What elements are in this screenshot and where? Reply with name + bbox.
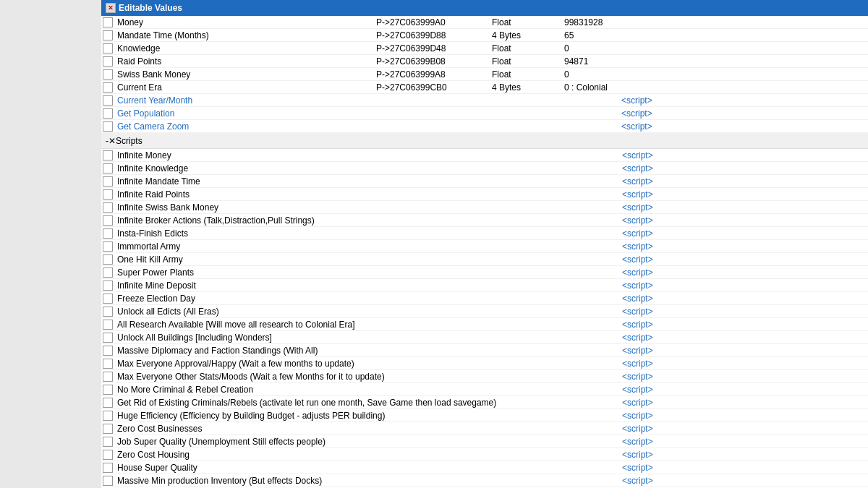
close-icon[interactable]: ✕ bbox=[106, 3, 116, 13]
script-list-item: Zero Cost Businesses<script> bbox=[101, 422, 868, 435]
row-value-current-era[interactable]: 0 : Colonial bbox=[564, 82, 867, 93]
script-item-value[interactable]: <script> bbox=[622, 463, 867, 473]
script-item-value[interactable]: <script> bbox=[622, 163, 867, 174]
script-list-item: Infinite Broker Actions (Talk,Distractio… bbox=[101, 214, 868, 227]
checkbox-script-3[interactable] bbox=[103, 189, 113, 200]
row-value-get-population[interactable]: <script> bbox=[621, 108, 867, 119]
script-item-value[interactable]: <script> bbox=[622, 189, 867, 200]
scripts-close-icon[interactable]: ✕ bbox=[109, 136, 116, 146]
checkbox-swiss-bank[interactable] bbox=[103, 69, 113, 80]
script-list-item: One Hit Kill Army<script> bbox=[101, 253, 868, 266]
script-list-item: Infinite Swiss Bank Money<script> bbox=[101, 201, 868, 214]
script-item-value[interactable]: <script> bbox=[622, 267, 867, 278]
script-item-value[interactable]: <script> bbox=[622, 241, 867, 252]
table-row: Swiss Bank Money P->27C063999A8 Float 0 bbox=[101, 68, 868, 81]
row-name-get-camera-zoom[interactable]: Get Camera Zoom bbox=[116, 121, 376, 132]
script-item-value[interactable]: <script> bbox=[622, 176, 867, 187]
script-item-value[interactable]: <script> bbox=[622, 476, 867, 486]
row-value-raid-points[interactable]: 94871 bbox=[564, 56, 867, 67]
script-item-value[interactable]: <script> bbox=[622, 228, 867, 239]
script-item-value[interactable]: <script> bbox=[622, 281, 867, 291]
checkbox-knowledge[interactable] bbox=[103, 43, 113, 53]
table-row: Get Population <script> bbox=[101, 107, 868, 120]
checkbox-script-19[interactable] bbox=[103, 398, 113, 408]
script-item-value[interactable]: <script> bbox=[622, 424, 867, 434]
row-name-current-year[interactable]: Current Year/Month bbox=[116, 95, 376, 106]
script-item-value[interactable]: <script> bbox=[622, 294, 867, 304]
table-row: Knowledge P->27C06399D48 Float 0 bbox=[101, 42, 868, 55]
checkbox-script-24[interactable] bbox=[103, 463, 113, 473]
checkbox-current-era[interactable] bbox=[103, 82, 113, 93]
script-item-value[interactable]: <script> bbox=[622, 150, 867, 160]
script-item-name: Immmortal Army bbox=[116, 241, 622, 252]
script-item-value[interactable]: <script> bbox=[622, 372, 867, 382]
checkbox-script-1[interactable] bbox=[103, 163, 113, 174]
script-item-value[interactable]: <script> bbox=[622, 333, 867, 343]
script-item-name: Get Rid of Existing Criminals/Rebels (ac… bbox=[116, 398, 622, 408]
script-list-item: Infinite Knowledge<script> bbox=[101, 162, 868, 175]
checkbox-current-year[interactable] bbox=[103, 95, 113, 106]
script-item-value[interactable]: <script> bbox=[622, 254, 867, 265]
script-item-value[interactable]: <script> bbox=[622, 346, 867, 356]
checkbox-script-0[interactable] bbox=[103, 150, 113, 160]
script-list-item: Max Everyone Approval/Happy (Wait a few … bbox=[101, 357, 868, 370]
checkbox-script-7[interactable] bbox=[103, 241, 113, 252]
checkbox-script-20[interactable] bbox=[103, 411, 113, 421]
table-row: Money P->27C063999A0 Float 99831928 bbox=[101, 16, 868, 29]
row-value-mandate-time[interactable]: 65 bbox=[564, 30, 867, 40]
script-item-value[interactable]: <script> bbox=[622, 398, 867, 408]
script-item-value[interactable]: <script> bbox=[622, 385, 867, 395]
row-value-knowledge[interactable]: 0 bbox=[564, 43, 867, 53]
script-item-value[interactable]: <script> bbox=[622, 437, 867, 447]
checkbox-script-10[interactable] bbox=[103, 281, 113, 291]
script-item-value[interactable]: <script> bbox=[622, 320, 867, 330]
row-value-money[interactable]: 99831928 bbox=[564, 17, 867, 27]
checkbox-script-23[interactable] bbox=[103, 450, 113, 460]
checkbox-script-4[interactable] bbox=[103, 202, 113, 213]
checkbox-get-population[interactable] bbox=[103, 108, 113, 119]
checkbox-script-6[interactable] bbox=[103, 228, 113, 239]
checkbox-raid-points[interactable] bbox=[103, 56, 113, 67]
checkbox-script-5[interactable] bbox=[103, 215, 113, 226]
script-item-name: Max Everyone Other Stats/Moods (Wait a f… bbox=[116, 372, 622, 382]
checkbox-script-11[interactable] bbox=[103, 294, 113, 304]
checkbox-script-2[interactable] bbox=[103, 176, 113, 187]
checkbox-script-13[interactable] bbox=[103, 320, 113, 330]
script-item-name: Zero Cost Housing bbox=[116, 450, 622, 460]
script-item-value[interactable]: <script> bbox=[622, 202, 867, 213]
table-row: Mandate Time (Months) P->27C06399D88 4 B… bbox=[101, 29, 868, 42]
row-name-mandate-time: Mandate Time (Months) bbox=[116, 30, 376, 40]
checkbox-script-17[interactable] bbox=[103, 372, 113, 382]
script-item-value[interactable]: <script> bbox=[622, 359, 867, 369]
row-value-swiss-bank[interactable]: 0 bbox=[564, 69, 867, 80]
content-area: ✕ Editable Values Money P->27C063999A0 F… bbox=[101, 0, 868, 488]
script-item-value[interactable]: <script> bbox=[622, 450, 867, 460]
checkbox-script-15[interactable] bbox=[103, 346, 113, 356]
left-panel bbox=[0, 0, 101, 488]
row-name-get-population[interactable]: Get Population bbox=[116, 108, 376, 119]
checkbox-mandate-time[interactable] bbox=[103, 30, 113, 40]
script-item-value[interactable]: <script> bbox=[622, 307, 867, 317]
checkbox-script-8[interactable] bbox=[103, 254, 113, 265]
row-type-mandate-time: 4 Bytes bbox=[492, 30, 564, 40]
script-item-name: Infinite Broker Actions (Talk,Distractio… bbox=[116, 215, 622, 226]
checkbox-script-18[interactable] bbox=[103, 385, 113, 395]
checkbox-script-22[interactable] bbox=[103, 437, 113, 447]
script-item-name: Infinite Swiss Bank Money bbox=[116, 202, 622, 213]
checkbox-script-12[interactable] bbox=[103, 307, 113, 317]
checkbox-script-16[interactable] bbox=[103, 359, 113, 369]
row-type-swiss-bank: Float bbox=[492, 69, 564, 80]
script-item-value[interactable]: <script> bbox=[622, 215, 867, 226]
checkbox-script-25[interactable] bbox=[103, 476, 113, 486]
scripts-header[interactable]: - ✕ Scripts bbox=[101, 133, 868, 149]
checkbox-money[interactable] bbox=[103, 17, 113, 27]
row-value-get-camera-zoom[interactable]: <script> bbox=[621, 121, 867, 132]
script-item-value[interactable]: <script> bbox=[622, 411, 867, 421]
script-item-name: Insta-Finish Edicts bbox=[116, 228, 622, 239]
checkbox-script-21[interactable] bbox=[103, 424, 113, 434]
checkbox-get-camera-zoom[interactable] bbox=[103, 121, 113, 132]
editable-values-header[interactable]: ✕ Editable Values bbox=[101, 0, 868, 16]
checkbox-script-9[interactable] bbox=[103, 267, 113, 278]
checkbox-script-14[interactable] bbox=[103, 333, 113, 343]
row-value-current-year[interactable]: <script> bbox=[621, 95, 867, 106]
